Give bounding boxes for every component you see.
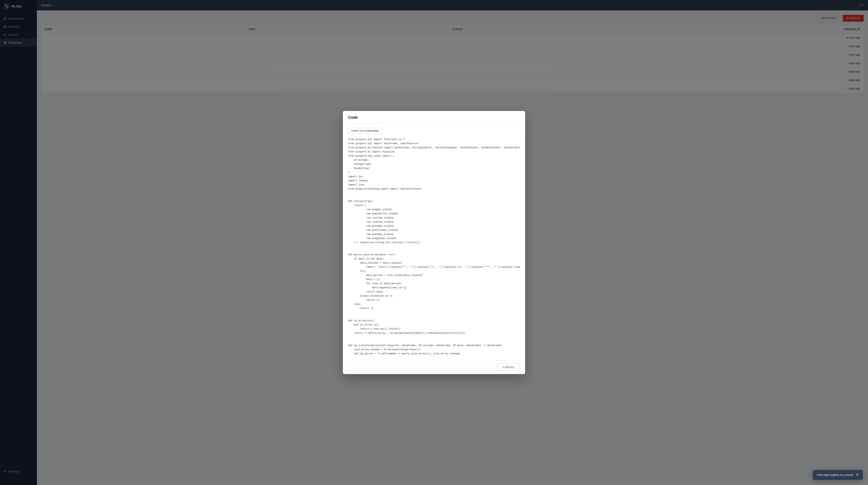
modal-body: COPY TO CLIPBOARD from pyspark.sql impor… bbox=[343, 124, 525, 360]
copy-to-clipboard-button[interactable]: COPY TO CLIPBOARD bbox=[348, 128, 382, 134]
toast-message: Free trials expires in a month bbox=[817, 473, 853, 477]
modal-title: Code bbox=[348, 115, 358, 120]
modal-overlay: Code COPY TO CLIPBOARD from pyspark.sql … bbox=[0, 0, 868, 485]
close-icon bbox=[856, 473, 859, 476]
modal-footer: CANCEL bbox=[343, 360, 525, 374]
cancel-button[interactable]: CANCEL bbox=[497, 363, 520, 371]
toast-close-button[interactable] bbox=[856, 473, 859, 477]
toast-notification: Free trials expires in a month bbox=[813, 470, 863, 480]
code-modal: Code COPY TO CLIPBOARD from pyspark.sql … bbox=[343, 111, 525, 374]
modal-header: Code bbox=[343, 111, 525, 124]
code-content: from pyspark.sql import functions as f f… bbox=[348, 138, 520, 356]
